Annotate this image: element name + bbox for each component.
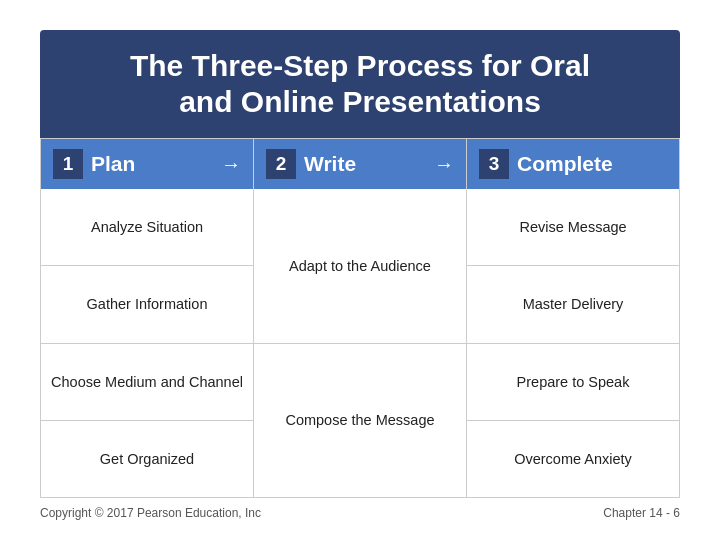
cell-master-delivery: Master Delivery (467, 266, 679, 343)
step-col-1: 1 Plan → (41, 139, 253, 189)
step-col-3: 3 Complete (466, 139, 679, 189)
cell-revise-message: Revise Message (467, 189, 679, 266)
arrow-2: → (434, 153, 454, 176)
step-number-1: 1 (53, 149, 83, 179)
step-col-2: 2 Write → (253, 139, 466, 189)
footer: Copyright © 2017 Pearson Education, Inc … (40, 498, 680, 520)
cell-gather-information: Gather Information (41, 266, 253, 343)
step-header-complete: 3 Complete (467, 139, 679, 189)
arrow-1: → (221, 153, 241, 176)
step-label-plan: Plan (91, 152, 217, 176)
data-rows: Analyze Situation Gather Information Cho… (40, 189, 680, 498)
step-header-write: 2 Write → (254, 139, 466, 189)
cell-get-organized: Get Organized (41, 421, 253, 497)
cell-overcome-anxiety: Overcome Anxiety (467, 421, 679, 497)
data-col-write: Adapt to the Audience Compose the Messag… (253, 189, 466, 497)
cell-adapt-audience: Adapt to the Audience (254, 189, 466, 344)
cell-analyze-situation: Analyze Situation (41, 189, 253, 266)
cell-compose-message: Compose the Message (254, 344, 466, 498)
step-number-2: 2 (266, 149, 296, 179)
title-heading: The Three-Step Process for Oral and Onli… (60, 48, 660, 120)
steps-header: 1 Plan → 2 Write → 3 Complete (40, 138, 680, 189)
data-col-complete: Revise Message Master Delivery Prepare t… (466, 189, 679, 497)
step-label-write: Write (304, 152, 430, 176)
main-container: The Three-Step Process for Oral and Onli… (0, 0, 720, 540)
step-number-3: 3 (479, 149, 509, 179)
title-line1: The Three-Step Process for Oral (130, 49, 590, 82)
title-box: The Three-Step Process for Oral and Onli… (40, 30, 680, 138)
cell-prepare-speak: Prepare to Speak (467, 344, 679, 421)
cell-choose-medium: Choose Medium and Channel (41, 344, 253, 421)
step-label-complete: Complete (517, 152, 667, 176)
data-col-plan: Analyze Situation Gather Information Cho… (41, 189, 253, 497)
step-header-plan: 1 Plan → (41, 139, 253, 189)
chapter-text: Chapter 14 - 6 (603, 506, 680, 520)
copyright-text: Copyright © 2017 Pearson Education, Inc (40, 506, 261, 520)
title-line2: and Online Presentations (179, 85, 541, 118)
